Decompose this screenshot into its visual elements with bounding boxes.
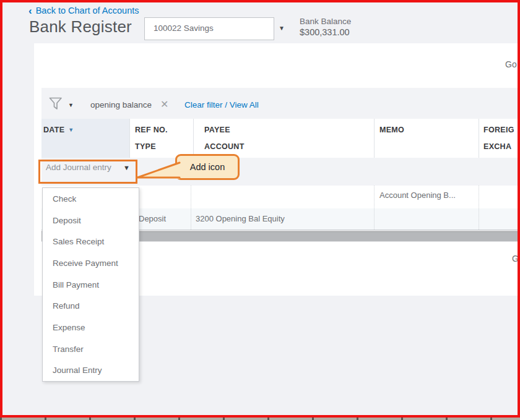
column-divider	[374, 119, 375, 158]
bank-balance-value: $300,331.00	[300, 27, 350, 37]
chevron-down-icon: ▼	[279, 25, 285, 32]
column-header-payee: PAYEE	[204, 126, 230, 134]
row-type-cell: Deposit	[139, 214, 166, 223]
column-divider	[193, 119, 194, 158]
back-chevron-icon: ‹	[28, 5, 32, 17]
column-header-foreign: FOREIG	[483, 126, 514, 134]
menu-item-check[interactable]: Check	[43, 188, 139, 210]
date-header-label: DATE	[43, 126, 64, 134]
column-divider	[129, 119, 130, 158]
row-column-divider	[191, 186, 191, 229]
go-text-clipped: Go	[505, 59, 517, 69]
menu-item-refund[interactable]: Refund	[43, 295, 139, 317]
column-header-refno: REF NO.	[135, 126, 168, 134]
row-memo-cell: Account Opening B...	[379, 191, 456, 200]
clear-filter-link[interactable]: Clear filter / View All	[184, 100, 259, 109]
bank-balance-label: Bank Balance	[300, 17, 351, 26]
row-column-divider	[374, 186, 375, 229]
go-text-lower-clipped: G	[512, 254, 519, 264]
annotation-callout-tail	[130, 158, 181, 186]
row-account-cell: 3200 Opening Bal Equity	[196, 214, 285, 223]
back-link-label: Back to Chart of Accounts	[36, 6, 139, 15]
menu-item-bill-payment[interactable]: Bill Payment	[43, 274, 139, 296]
menu-item-transfer[interactable]: Transfer	[43, 338, 139, 360]
date-column-header-cell[interactable]	[41, 119, 129, 158]
menu-item-deposit[interactable]: Deposit	[43, 210, 139, 231]
filter-chip-close-icon[interactable]: ✕	[160, 98, 168, 110]
back-to-chart-link[interactable]: ‹Back to Chart of Accounts	[28, 5, 139, 17]
menu-item-expense[interactable]: Expense	[43, 317, 139, 338]
sort-caret-icon: ▼	[68, 127, 74, 133]
bank-register-page: ‹Back to Chart of Accounts Bank Register…	[0, 0, 520, 420]
filter-chip-label: opening balance	[90, 100, 152, 109]
filter-caret-icon[interactable]: ▼	[68, 102, 74, 108]
annotation-callout-label: Add icon	[190, 162, 225, 172]
filter-funnel-icon[interactable]	[48, 96, 63, 111]
column-divider	[479, 119, 479, 158]
bottom-screen-sliver	[0, 418, 520, 420]
column-header-memo: MEMO	[379, 126, 404, 134]
add-transaction-menu: Check Deposit Sales Receipt Receive Paym…	[42, 187, 139, 382]
page-title: Bank Register	[29, 17, 132, 36]
menu-item-sales-receipt[interactable]: Sales Receipt	[43, 231, 139, 252]
account-selector-value: 100022 Savings	[154, 24, 214, 33]
column-header-date[interactable]: DATE▼	[43, 126, 74, 134]
column-header-account: ACCOUNT	[204, 142, 245, 151]
annotation-highlight-rect	[38, 160, 137, 184]
column-header-exchange: EXCHA	[483, 142, 511, 151]
row-column-divider	[479, 186, 479, 229]
menu-item-journal-entry[interactable]: Journal Entry	[43, 359, 139, 381]
menu-item-receive-payment[interactable]: Receive Payment	[43, 252, 139, 274]
column-header-type: TYPE	[135, 142, 156, 151]
annotation-callout: Add icon	[175, 154, 240, 180]
